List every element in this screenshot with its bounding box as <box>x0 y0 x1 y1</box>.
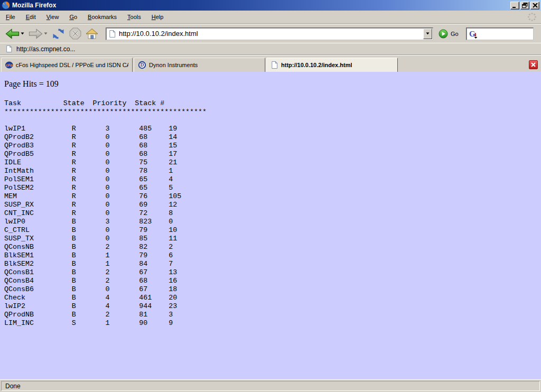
status-bar: Done <box>0 379 541 392</box>
tab-label: cFos Highspeed DSL / PPPoE und ISDN CAP.… <box>16 62 128 68</box>
cfos-icon: cFos <box>5 61 13 69</box>
go-icon <box>439 29 448 39</box>
close-button[interactable] <box>530 2 539 10</box>
navigation-toolbar: Go G <box>0 24 541 43</box>
tab-dynon[interactable]: D Dynon Instruments <box>134 58 265 72</box>
task-table: Task State Priority Stack # ************… <box>4 99 537 328</box>
menu-tools[interactable]: Tools <box>124 12 145 22</box>
svg-text:cFos: cFos <box>6 63 13 67</box>
minimize-icon <box>512 3 518 8</box>
firefox-icon <box>2 1 10 10</box>
tab-label: http://10.0.10.2/index.html <box>281 62 352 68</box>
stop-button[interactable] <box>68 26 82 41</box>
home-icon <box>86 28 98 40</box>
url-input[interactable] <box>116 30 423 38</box>
url-bar <box>106 27 433 40</box>
reload-button[interactable] <box>51 26 66 41</box>
svg-text:D: D <box>141 62 144 68</box>
window-title: Mozilla Firefox <box>12 2 509 9</box>
chevron-down-icon <box>426 32 430 35</box>
menu-bar: File Edit View Go Bookmarks Tools Help <box>0 11 541 24</box>
menu-file[interactable]: File <box>2 12 19 22</box>
svg-text:G: G <box>469 30 475 38</box>
stop-icon <box>69 27 81 40</box>
page-content: Page Hits = 109 Task State Priority Stac… <box>0 72 541 379</box>
bookmark-item[interactable]: http://as.cmpnet.co... <box>5 45 75 53</box>
restore-button[interactable] <box>520 2 529 10</box>
forward-button[interactable] <box>27 27 49 40</box>
tab-bar: cFos cFos Highspeed DSL / PPPoE und ISDN… <box>0 55 541 72</box>
activity-throbber-icon <box>527 12 537 22</box>
menu-bookmarks[interactable]: Bookmarks <box>84 12 120 22</box>
back-icon <box>5 29 20 39</box>
home-button[interactable] <box>85 27 99 41</box>
url-dropdown-button[interactable] <box>423 29 432 39</box>
bookmarks-toolbar: http://as.cmpnet.co... <box>0 43 541 55</box>
minimize-button[interactable] <box>510 2 519 10</box>
forward-icon <box>29 29 43 39</box>
forward-dropdown-icon[interactable] <box>44 32 48 35</box>
tab-label: Dynon Instruments <box>149 62 198 68</box>
menu-go[interactable]: Go <box>66 12 81 22</box>
title-bar: Mozilla Firefox <box>0 0 541 11</box>
page-icon <box>270 61 278 69</box>
page-hits-text: Page Hits = 109 <box>4 79 537 89</box>
back-button[interactable] <box>4 27 25 40</box>
tab-cfos[interactable]: cFos cFos Highspeed DSL / PPPoE und ISDN… <box>1 58 133 72</box>
go-label: Go <box>451 31 459 37</box>
close-icon <box>533 3 538 8</box>
google-search-icon[interactable]: G <box>468 29 478 39</box>
tab-active-index[interactable]: http://10.0.10.2/index.html <box>266 58 398 72</box>
menu-help[interactable]: Help <box>148 12 167 22</box>
close-icon <box>531 62 536 67</box>
menu-view[interactable]: View <box>43 12 63 22</box>
close-tab-button[interactable] <box>529 60 538 69</box>
menu-edit[interactable]: Edit <box>22 12 40 22</box>
back-dropdown-icon[interactable] <box>21 32 24 35</box>
status-panel: Done <box>1 381 540 391</box>
page-icon <box>108 30 116 38</box>
go-button[interactable]: Go <box>439 29 459 39</box>
browser-window: Mozilla Firefox File Edit View Go Bookma… <box>0 0 541 392</box>
search-input[interactable] <box>478 30 531 38</box>
bookmark-label: http://as.cmpnet.co... <box>16 45 75 53</box>
reload-icon <box>52 27 65 40</box>
page-icon <box>5 45 13 53</box>
search-box: G <box>466 27 534 40</box>
dynon-icon: D <box>138 61 146 69</box>
status-text: Done <box>5 382 21 390</box>
restore-icon <box>522 3 528 8</box>
